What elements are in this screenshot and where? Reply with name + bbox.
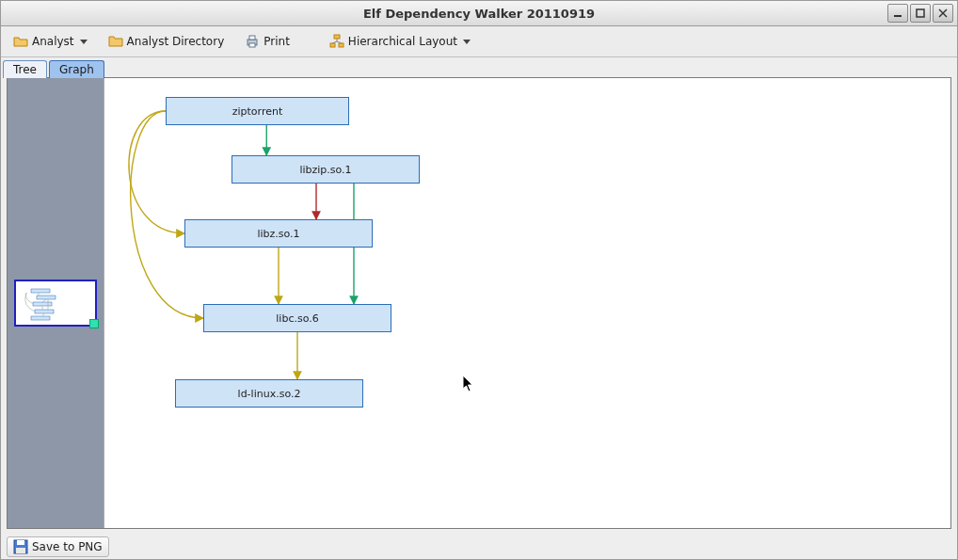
tab-tree[interactable]: Tree: [3, 60, 47, 78]
graph-edge: [131, 111, 203, 318]
svg-rect-13: [31, 289, 50, 293]
close-button[interactable]: [933, 4, 953, 23]
svg-rect-20: [16, 548, 25, 553]
bottom-bar: Save to PNG: [1, 535, 957, 559]
graph-node[interactable]: ld-linux.so.2: [175, 379, 363, 408]
toolbar: Analyst Analyst Directory Print Hierarch…: [1, 26, 957, 57]
window-buttons: [887, 4, 953, 23]
tab-bar: Tree Graph: [1, 56, 957, 77]
overview-panel: [8, 78, 104, 528]
svg-rect-1: [917, 9, 924, 17]
app-window: Elf Dependency Walker 20110919 Analyst A…: [0, 0, 958, 560]
chevron-down-icon: [463, 40, 471, 44]
maximize-button[interactable]: [910, 4, 931, 23]
save-to-png-label: Save to PNG: [32, 540, 103, 553]
svg-rect-14: [37, 296, 56, 299]
svg-rect-7: [334, 35, 340, 39]
svg-rect-9: [339, 43, 343, 47]
tab-graph[interactable]: Graph: [49, 60, 104, 78]
svg-rect-5: [249, 36, 255, 40]
save-icon: [13, 539, 28, 554]
graph-edge: [129, 111, 184, 233]
analyst-menu[interactable]: Analyst: [7, 30, 94, 53]
graph-canvas[interactable]: ziptorrentlibzip.so.1libz.so.1libc.so.6l…: [104, 78, 950, 528]
titlebar: Elf Dependency Walker 20110919: [1, 1, 957, 26]
content-area: ziptorrentlibzip.so.1libz.so.1libc.so.6l…: [7, 77, 951, 529]
graph-node[interactable]: libc.so.6: [203, 304, 391, 332]
layout-label: Hierarchical Layout: [348, 35, 457, 48]
svg-rect-6: [249, 43, 255, 47]
layout-menu[interactable]: Hierarchical Layout: [323, 30, 477, 53]
overview-resize-handle[interactable]: [89, 319, 99, 328]
tab-graph-label: Graph: [59, 63, 94, 76]
folder-open-icon: [13, 34, 28, 49]
window-title: Elf Dependency Walker 20110919: [1, 7, 957, 21]
layout-icon: [329, 34, 344, 49]
graph-node[interactable]: libzip.so.1: [232, 155, 420, 184]
analyst-directory-button[interactable]: Analyst Directory: [102, 30, 232, 53]
graph-node[interactable]: ziptorrent: [166, 97, 349, 125]
svg-rect-16: [35, 310, 54, 313]
overview-mini-icon: [22, 287, 78, 321]
print-icon: [245, 34, 260, 49]
analyst-label: Analyst: [32, 35, 74, 48]
folder-icon: [108, 34, 123, 49]
graph-node[interactable]: libz.so.1: [184, 219, 373, 248]
chevron-down-icon: [80, 40, 88, 44]
print-label: Print: [263, 35, 290, 48]
svg-rect-19: [17, 540, 24, 545]
svg-rect-17: [31, 316, 50, 320]
overview-thumbnail[interactable]: [14, 280, 97, 327]
minimize-button[interactable]: [887, 4, 908, 23]
print-button[interactable]: Print: [238, 30, 296, 53]
analyst-directory-label: Analyst Directory: [127, 35, 225, 48]
tab-tree-label: Tree: [13, 63, 37, 76]
svg-rect-8: [330, 43, 335, 47]
graph-edges: [104, 78, 950, 528]
svg-rect-15: [33, 302, 52, 306]
save-to-png-button[interactable]: Save to PNG: [7, 536, 109, 557]
